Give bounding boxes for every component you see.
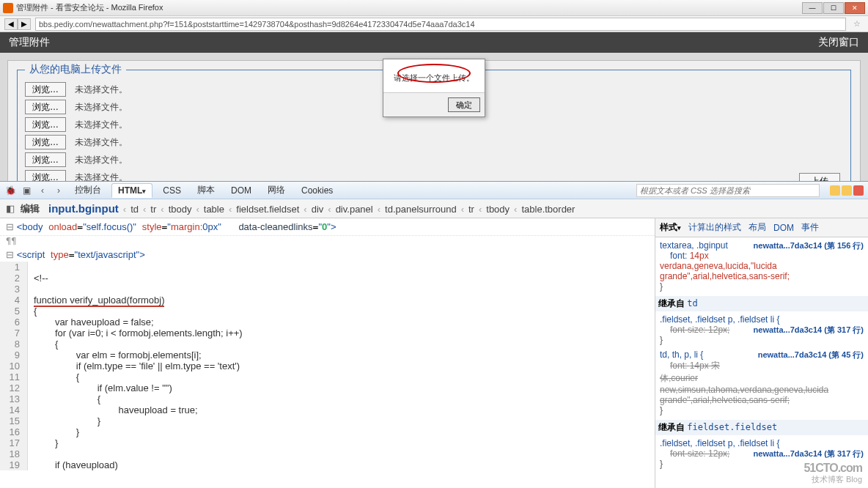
no-file-label: 未选择文件。 [75,136,128,149]
close-window-link[interactable]: 关闭窗口 [818,36,859,49]
browse-button[interactable]: 浏览… [25,117,66,132]
breadcrumb-item[interactable]: fieldset.fieldset [232,204,304,215]
script-tag-line[interactable]: ⊟ <script type="text/javascript"> [0,248,655,262]
breadcrumb-item[interactable]: tbody [482,204,514,215]
style-pane: 样式▾ 计算出的样式 布局 DOM 事件 textarea, .bginputn… [655,218,868,488]
alert-dialog: 请选择一个文件上传。 确定 [383,59,485,117]
window-maximize-button[interactable]: ☐ [823,2,844,14]
breadcrumb-item[interactable]: tr [464,204,479,215]
breadcrumb-item[interactable]: div.panel [331,204,378,215]
forward-button[interactable]: ▶ [18,18,31,30]
html-source-pane[interactable]: ⊟ <body onload="self.focus()" style="mar… [0,218,655,488]
breadcrumb-item[interactable]: div [307,204,328,215]
no-file-label: 未选择文件。 [75,101,128,114]
code-line[interactable]: 19 if (haveupload) [0,459,655,470]
code-line[interactable]: 2<!-- [0,273,655,284]
browse-button[interactable]: 浏览… [25,152,66,167]
url-input[interactable]: bbs.pediy.com/newattachment.php?f=151&po… [35,18,846,31]
styletab-dom[interactable]: DOM [773,223,794,233]
firebug-panel: 🐞 ▣ ‹ › 控制台 HTML▾ CSS 脚本 DOM 网络 Cookies … [0,181,868,488]
firebug-tabbar: 🐞 ▣ ‹ › 控制台 HTML▾ CSS 脚本 DOM 网络 Cookies [0,182,868,199]
window-titlebar: 管理附件 - 看雪安全论坛 - Mozilla Firefox — ☐ ✕ [0,0,868,16]
browse-button[interactable]: 浏览… [25,170,66,181]
browse-button[interactable]: 浏览… [25,135,66,149]
file-row: 浏览…未选择文件。 [25,117,843,132]
tab-net[interactable]: 网络 [262,182,291,198]
code-line[interactable]: 1 [0,262,655,273]
tab-html[interactable]: HTML▾ [111,183,152,198]
code-line[interactable]: 5{ [0,306,655,317]
chevron-right-icon[interactable]: › [53,185,65,196]
firebug-sub-icon[interactable]: ◧ [4,203,16,215]
tab-css[interactable]: CSS [157,184,187,197]
file-row: 浏览…未选择文件。 [25,170,843,181]
breadcrumb-item[interactable]: input.bginput [44,202,123,215]
code-line[interactable]: 18 [0,448,655,459]
page-title: 管理附件 [9,36,50,49]
bookmark-icon[interactable]: ☆ [850,18,864,30]
no-file-label: 未选择文件。 [75,171,128,182]
tab-console[interactable]: 控制台 [69,182,107,198]
back-button[interactable]: ◀ [4,18,18,30]
element-breadcrumb[interactable]: ◧ 编辑 input.bginput‹td‹tr‹tbody‹table‹fie… [0,199,868,218]
annotation-circle [397,64,471,83]
edit-button[interactable]: 编辑 [16,202,44,215]
code-line[interactable]: 7 for (var i=0; i < formobj.elements.len… [0,328,655,339]
code-line[interactable]: 9 var elm = formobj.elements[i]; [0,350,655,361]
styletab-events[interactable]: 事件 [801,221,819,234]
body-tag-line[interactable]: ⊟ <body onload="self.focus()" style="mar… [0,218,655,236]
code-line[interactable]: 12 if (elm.value != "") [0,382,655,393]
code-line[interactable]: 4function verify_upload(formobj) [0,295,655,306]
page-header: 管理附件 关闭窗口 [0,32,868,53]
file-row: 浏览…未选择文件。 [25,152,843,167]
upload-button[interactable]: 上传 [799,173,840,181]
firefox-icon [3,3,13,13]
pilcrow-icon: ¶¶ [0,236,655,248]
code-line[interactable]: 3 [0,284,655,295]
firebug-popout-button[interactable] [842,185,852,196]
browse-button[interactable]: 浏览… [25,82,66,97]
code-line[interactable]: 15 } [0,415,655,426]
styletab-computed[interactable]: 计算出的样式 [688,221,741,234]
no-file-label: 未选择文件。 [75,154,128,166]
code-line[interactable]: 8 { [0,339,655,350]
inspect-icon[interactable]: ▣ [21,185,32,196]
breadcrumb-item[interactable]: td [126,204,143,215]
firebug-minimize-button[interactable] [830,185,840,196]
alert-ok-button[interactable]: 确定 [448,97,480,112]
breadcrumb-item[interactable]: td.panelsurround [380,204,461,215]
tab-cookies[interactable]: Cookies [295,184,339,197]
watermark: 51CTO.com 技术博客 Blog [803,462,862,484]
breadcrumb-item[interactable]: table [199,204,229,215]
no-file-label: 未选择文件。 [75,119,128,131]
breadcrumb-item[interactable]: table.tborder [517,204,579,215]
code-line[interactable]: 6 var haveupload = false; [0,317,655,328]
code-line[interactable]: 13 { [0,393,655,404]
style-rules[interactable]: textarea, .bginputnewatta...7da3c14 (第 1… [655,237,868,488]
browse-button[interactable]: 浏览… [25,100,66,114]
tab-script[interactable]: 脚本 [191,182,221,198]
firebug-search-input[interactable] [636,184,820,197]
firebug-close-button[interactable] [853,185,864,196]
code-line[interactable]: 10 if (elm.type == 'file' || elm.type ==… [0,361,655,371]
window-minimize-button[interactable]: — [802,2,823,14]
tab-dom[interactable]: DOM [225,184,257,197]
styletab-layout[interactable]: 布局 [749,221,766,234]
file-row: 浏览…未选择文件。 [25,135,843,149]
code-line[interactable]: 16 } [0,426,655,437]
window-title: 管理附件 - 看雪安全论坛 - Mozilla Firefox [16,2,802,13]
code-line[interactable]: 14 haveupload = true; [0,404,655,415]
window-close-button[interactable]: ✕ [845,2,865,14]
code-line[interactable]: 11 { [0,371,655,382]
breadcrumb-item[interactable]: tr [146,204,161,215]
no-file-label: 未选择文件。 [75,84,128,96]
address-bar: ◀ ▶ bbs.pediy.com/newattachment.php?f=15… [0,16,868,32]
chevron-left-icon[interactable]: ‹ [37,185,48,196]
breadcrumb-item[interactable]: tbody [164,204,196,215]
bug-icon[interactable]: 🐞 [4,185,16,196]
fieldset-legend: 从您的电脑上传文件 [25,63,126,76]
styletab-style[interactable]: 样式▾ [660,221,681,234]
code-line[interactable]: 17 } [0,437,655,448]
